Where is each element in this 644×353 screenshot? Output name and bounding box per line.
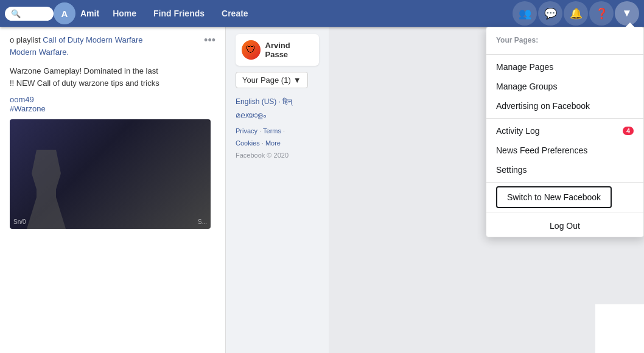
body-text: Warzone Gameplay! Dominated in the last … [10,65,215,89]
video-overlay-text: Sn/0 [13,218,26,225]
video-silhouette [22,150,71,229]
dropdown-menu: Your Pages: Manage Pages Manage Groups A… [486,27,644,237]
left-panel: ••• o playlist Call of Duty Modern Warfa… [0,27,225,353]
more-options-button[interactable]: ••• [204,34,215,47]
video-thumbnail[interactable]: Sn/0 S... [10,119,211,229]
divider-2 [486,118,643,119]
nav-create[interactable]: Create [213,0,257,27]
help-icon: ❓ [595,7,608,20]
avatar: A [54,2,75,24]
bell-icon: 🔔 [570,7,583,20]
switch-to-new-facebook-wrapper: Switch to New Facebook [486,186,643,208]
lang-english[interactable]: English (US) [236,97,276,106]
divider-3 [486,182,643,183]
activity-log-label: Activity Log [496,126,540,136]
lang-malayalam[interactable]: മലയാളം [236,111,266,119]
copyright: Facebook © 2020 [236,152,289,159]
dropdown-icon-btn[interactable]: ▼ [615,1,639,26]
hashtag[interactable]: #Warzone [10,104,215,113]
center-panel: 🛡 Arvind Passe Your Page (1) ▼ English (… [225,27,329,353]
nav-links: Home Find Friends Create [104,0,257,27]
advertising-label: Advertising on Facebook [496,101,590,111]
terms-link[interactable]: Terms [263,127,281,135]
content-suffix[interactable]: Modern Warfare. [10,47,69,57]
chevron-down-icon: ▼ [293,75,301,85]
cookies-link[interactable]: Cookies [236,139,260,147]
language-section: English (US) · हिन् മലയാളം [236,96,319,122]
nav-home[interactable]: Home [104,0,145,27]
video-inner: Sn/0 S... [10,119,211,229]
content-link[interactable]: Call of Duty Modern Warfare [43,35,142,44]
settings-label: Settings [496,165,527,175]
dropdown-section-pages: Your Pages: [486,27,643,52]
switch-to-new-facebook-button[interactable]: Switch to New Facebook [496,186,612,208]
your-pages-label: Your Pages: [486,32,643,47]
divider-1 [486,54,643,55]
chevron-down-icon: ▼ [622,7,632,19]
content-text: o playlist Call of Duty Modern Warfare M… [10,34,215,58]
people-icon: 👥 [519,7,531,20]
messenger-icon: 💬 [544,7,557,20]
divider-4 [486,212,643,212]
people-icon-btn[interactable]: 👥 [513,1,537,26]
help-icon-btn[interactable]: ❓ [589,1,614,26]
page-card: 🛡 Arvind Passe [236,34,319,66]
manage-groups-label: Manage Groups [496,82,557,91]
page-name: Arvind Passe [265,41,313,59]
nav-icons: 👥 💬 🔔 ❓ ▼ [513,1,639,26]
right-white-box [595,304,644,353]
advertising-item[interactable]: Advertising on Facebook [486,96,643,116]
footer-links: Privacy · Terms · Cookies · More Faceboo… [236,125,319,161]
content-prefix: o playlist [10,35,41,44]
body-line2: !! NEW Call of duty warzone tips and tri… [10,79,159,88]
search-bar[interactable]: 🔍 [5,7,54,21]
nav-user-name: Amit [80,9,99,18]
notifications-icon-btn[interactable]: 🔔 [564,1,588,26]
search-icon: 🔍 [11,9,21,18]
news-feed-label: News Feed Preferences [496,145,587,155]
more-link[interactable]: More [265,139,281,147]
top-navigation: 🔍 A Amit Home Find Friends Create 👥 💬 🔔 … [0,0,644,27]
messenger-icon-btn[interactable]: 💬 [538,1,562,26]
manage-groups-item[interactable]: Manage Groups [486,77,643,96]
nav-find-friends[interactable]: Find Friends [145,0,213,27]
logout-item[interactable]: Log Out [486,215,643,237]
user-handle[interactable]: oom49 [10,95,215,104]
activity-log-badge: 4 [623,127,634,135]
lang-hindi[interactable]: हिन् [282,97,292,106]
activity-log-item[interactable]: Activity Log 4 [486,121,643,141]
manage-pages-label: Manage Pages [496,62,553,72]
your-page-label: Your Page (1) [242,75,291,85]
body-line1: Warzone Gameplay! Dominated in the last [10,66,158,75]
page-icon: 🛡 [242,40,261,60]
your-page-button[interactable]: Your Page (1) ▼ [236,72,308,88]
privacy-link[interactable]: Privacy [236,127,257,135]
settings-item[interactable]: Settings [486,160,643,180]
news-feed-item[interactable]: News Feed Preferences [486,141,643,160]
lang-sep: · [279,97,281,106]
video-overlay-number: S... [198,218,207,225]
manage-pages-item[interactable]: Manage Pages [486,57,643,77]
nav-user[interactable]: A Amit [54,2,99,24]
